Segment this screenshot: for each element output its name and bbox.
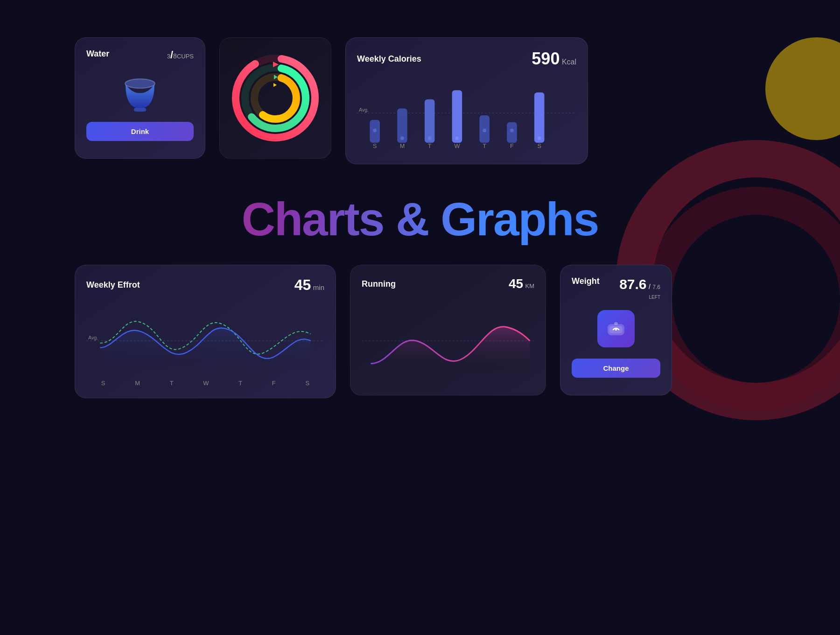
- svg-rect-41: [614, 322, 618, 325]
- water-glass-svg: [119, 71, 161, 113]
- svg-text:Avg.: Avg.: [359, 107, 369, 113]
- effort-day-f: F: [272, 380, 276, 387]
- calories-title: Weekly Calories: [357, 54, 421, 64]
- running-card: Running 45 KM: [350, 265, 546, 395]
- svg-text:S: S: [373, 143, 377, 150]
- effort-days: S M T W T F S: [86, 380, 324, 387]
- weight-scale-icon: [606, 318, 626, 339]
- calories-card: Weekly Calories 590 Kcal Avg.: [345, 37, 588, 164]
- effort-day-t2: T: [238, 380, 242, 387]
- effort-card: Weekly Effrot 45 min Avg.: [75, 265, 336, 398]
- activity-ring-card: [219, 37, 331, 159]
- svg-text:T: T: [428, 143, 432, 150]
- svg-marker-11: [273, 83, 277, 87]
- effort-day-t1: T: [170, 380, 174, 387]
- effort-unit: min: [313, 283, 324, 291]
- running-title: Running: [362, 279, 396, 289]
- calories-header: Weekly Calories 590 Kcal: [357, 49, 576, 69]
- weight-header: Weight 87.6 / 7.6 LEFT: [572, 276, 660, 301]
- weight-value: 87.6: [619, 276, 646, 292]
- running-chart: [362, 299, 534, 383]
- water-title: Water: [86, 49, 109, 59]
- running-value: 45: [509, 276, 523, 291]
- change-button[interactable]: Change: [572, 359, 660, 378]
- svg-point-21: [455, 136, 459, 140]
- calories-value: 590: [532, 49, 560, 68]
- weight-value-container: 87.6 / 7.6 LEFT: [619, 276, 660, 301]
- weight-left-value: 7.6: [652, 284, 660, 290]
- effort-value-container: 45 min: [294, 276, 324, 294]
- water-value: 3/8CUPS: [167, 49, 194, 61]
- svg-text:Avg.: Avg.: [88, 335, 98, 340]
- calories-chart-svg: Avg.: [357, 78, 576, 153]
- svg-point-27: [538, 136, 541, 140]
- svg-text:W: W: [454, 143, 460, 150]
- svg-point-25: [510, 128, 514, 132]
- running-header: Running 45 KM: [362, 276, 534, 291]
- svg-point-23: [483, 128, 486, 132]
- calories-bar-chart: Avg.: [357, 78, 576, 153]
- effort-day-s2: S: [305, 380, 309, 387]
- svg-text:T: T: [483, 143, 486, 150]
- weight-title: Weight: [572, 276, 600, 286]
- running-chart-svg: [362, 299, 534, 383]
- svg-rect-24: [507, 122, 517, 143]
- svg-rect-2: [134, 108, 146, 112]
- effort-header: Weekly Effrot 45 min: [86, 276, 324, 294]
- svg-text:M: M: [400, 143, 405, 150]
- weight-left-label: LEFT: [649, 295, 660, 300]
- page-title: Charts & Graphs: [75, 192, 765, 246]
- top-row: Water 3/8CUPS: [75, 37, 765, 164]
- running-unit: KM: [525, 282, 535, 289]
- activity-ring-svg: [229, 51, 322, 145]
- bottom-row: Weekly Effrot 45 min Avg.: [75, 265, 765, 398]
- svg-rect-18: [425, 99, 435, 143]
- svg-point-40: [615, 329, 617, 331]
- weight-icon-container: [597, 310, 635, 347]
- svg-text:F: F: [510, 143, 514, 150]
- drink-button[interactable]: Drink: [86, 122, 194, 141]
- effort-chart-svg: Avg.: [86, 301, 324, 376]
- svg-rect-26: [534, 92, 545, 143]
- activity-ring: [229, 51, 322, 145]
- calories-value-container: 590 Kcal: [532, 49, 576, 69]
- svg-point-19: [428, 136, 432, 140]
- effort-day-s1: S: [101, 380, 105, 387]
- water-card: Water 3/8CUPS: [75, 37, 205, 159]
- effort-value: 45: [294, 276, 311, 293]
- svg-point-15: [373, 128, 377, 132]
- running-value-container: 45 KM: [509, 276, 534, 291]
- effort-day-m: M: [135, 380, 140, 387]
- effort-day-w: W: [203, 380, 209, 387]
- effort-wave-chart: Avg.: [86, 301, 324, 376]
- title-section: Charts & Graphs: [75, 192, 765, 246]
- calories-unit: Kcal: [562, 58, 576, 66]
- weight-card: Weight 87.6 / 7.6 LEFT Change: [560, 265, 672, 395]
- svg-text:S: S: [537, 143, 541, 150]
- svg-point-17: [400, 136, 404, 140]
- water-card-header: Water 3/8CUPS: [86, 49, 194, 61]
- effort-title: Weekly Effrot: [86, 280, 140, 290]
- water-visual: [119, 71, 161, 113]
- svg-rect-20: [452, 90, 462, 143]
